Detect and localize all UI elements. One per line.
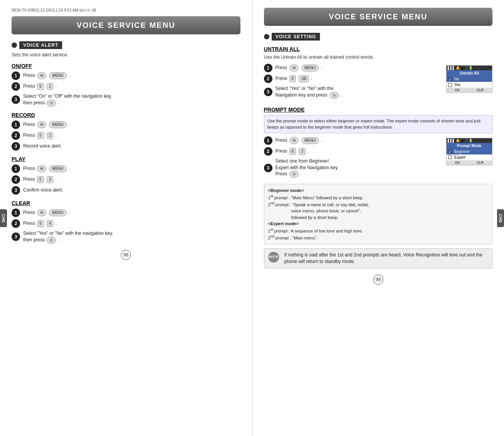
untrain-heading: UNTRAIN ALL — [264, 46, 493, 52]
untrain-screen: ▌▌▌ 🔔📱🎵🔋 Untrain All No Yes OK CLR — [446, 65, 492, 93]
beginner-1st-prompt: 1st prompt : "Main Menu" followed by a s… — [268, 194, 489, 201]
right-page-circle: 99 — [373, 275, 383, 285]
untrain-step-1: 1 Press ✉ MENU . — [264, 64, 431, 72]
btn-3: 3 — [47, 176, 54, 183]
clear-heading: CLEAR — [12, 200, 240, 206]
btn-2: 2 — [47, 132, 54, 139]
no-label: No — [454, 77, 459, 81]
left-page-num: 98 — [12, 250, 240, 260]
envelope-btn-c: ✉ — [37, 209, 46, 216]
icons-bar-pm: 🔔📱🎵🔋 — [456, 139, 473, 143]
right-header-bar: VOICE SERVICE MENU — [264, 8, 493, 26]
signal-bar-u: ▌▌▌ 🔔📱🎵🔋 — [446, 66, 492, 70]
step-circle-3: 3 — [12, 95, 20, 104]
prompt-heading: PROMPT MODE — [264, 107, 493, 113]
page-container: NEW-TX-60B02-22 2003.2.24 9:52 AM 페이지 98… — [0, 0, 504, 436]
doc-header: NEW-TX-60B02-22 2003.2.24 9:52 AM 페이지 98 — [12, 8, 240, 13]
btn-1: 1 — [47, 83, 54, 90]
record-step-1: 1 Press ✉ MENU . — [12, 120, 240, 129]
screen-footer-u: OK CLR — [446, 88, 492, 92]
pm-step-circle-3: 3 — [264, 164, 272, 172]
play-step3-text: Confirm voice alert. — [23, 187, 63, 193]
btn-5b: 5 — [37, 132, 44, 139]
record-step-2: 2 Press 5 2 . — [12, 131, 240, 140]
play-heading: PLAY — [12, 156, 240, 162]
btn-5c: 5 — [37, 176, 44, 183]
yes-label: Yes — [454, 83, 460, 87]
checkbox-expert — [448, 155, 452, 159]
signal-icon-pm: ▌▌▌ — [448, 139, 455, 143]
prompt-screen: ▌▌▌ 🔔📱🎵🔋 Prompt Mode Beginner Expert OK … — [446, 138, 492, 165]
menu-btn-1: MENU — [49, 72, 66, 79]
untrain-step3-text: Select "Yes" or "No" with the Navigation… — [276, 85, 342, 99]
play-step-circle-1: 1 — [12, 165, 20, 173]
clear-step-2: 2 Press 5 4 . — [12, 219, 240, 228]
on-off-heading: ON/OFF — [12, 63, 240, 69]
note-box: NOTE If nothing is said after the 1st an… — [264, 248, 493, 268]
clr-step-circle-2: 2 — [12, 219, 20, 228]
right-panel: VOICE SERVICE MENU VOICE SETTING UNTRAIN… — [252, 0, 504, 436]
checkbox-beginner — [448, 149, 452, 153]
prompt-step-3: 3 Select one from Beginner/ Expert with … — [264, 158, 431, 178]
untrain-step1-text: Press ✉ MENU . — [276, 64, 322, 71]
envelope-btn: ✉ — [37, 72, 46, 79]
menu-btn-pm: MENU — [301, 137, 319, 144]
play-step-1: 1 Press ✉ MENU . — [12, 165, 240, 173]
left-panel: NEW-TX-60B02-22 2003.2.24 9:52 AM 페이지 98… — [0, 0, 252, 436]
screen-title-u: Untrain All — [446, 70, 492, 76]
screen-item-expert: Expert — [446, 154, 492, 160]
btn-5d: 5 — [37, 220, 44, 227]
clear-step1-text: Press ✉ MENU . — [23, 209, 70, 216]
on-off-step-1: 1 Press ✉ MENU . — [12, 71, 240, 80]
checkbox-yes — [448, 83, 452, 87]
on-off-step1-text: Press ✉ MENU . — [23, 72, 70, 79]
ch5-tab-left: CH5 — [0, 209, 7, 227]
beginner-label: Beginner — [454, 149, 470, 154]
ch5-tab-left-label: CH5 — [1, 214, 6, 222]
un-step-circle-2: 2 — [264, 75, 272, 83]
screen-item-yes: Yes — [446, 82, 492, 88]
signal-bar-pm: ▌▌▌ 🔔📱🎵🔋 — [446, 138, 492, 143]
voice-setting-label: VOICE SETTING — [264, 33, 493, 41]
left-page-circle: 98 — [121, 250, 131, 260]
btn-5a: 5 — [37, 83, 44, 90]
record-heading: RECORD — [12, 112, 240, 118]
btn-4: 4 — [47, 220, 54, 227]
play-step-circle-2: 2 — [12, 175, 20, 184]
untrain-step-2: 2 Press 6 ⌫ . — [264, 75, 431, 83]
screen-title-pm: Prompt Mode — [446, 143, 492, 149]
btn-6b: 6 — [289, 148, 296, 155]
btn-2b: 2 — [299, 148, 306, 155]
untrain-steps-col: 1 Press ✉ MENU . 2 Press 6 ⌫ . 3 — [264, 64, 431, 101]
envelope-btn-u: ✉ — [289, 64, 299, 71]
ok-btn-1: ⊙ — [47, 100, 56, 107]
expert-2nd-prompt: 2nd prompt : "Main menu". — [268, 234, 489, 241]
prompt-steps-col: 1 Press ✉ MENU . 2 Press 6 2 . 3 — [264, 136, 431, 180]
clr-step-circle-3: 3 — [12, 232, 20, 241]
beginner-2nd-prompt-cont2: followed by a short beep. — [268, 214, 489, 221]
play-step-2: 2 Press 5 3 . — [12, 175, 240, 184]
ok-footer-u: OK — [455, 88, 460, 92]
ok-btn-pm: ⊙ — [289, 171, 299, 178]
left-header-bar: VOICE SERVICE MENU — [12, 16, 240, 34]
untrain-desc: Use the Untrain All to untrain all train… — [264, 54, 493, 60]
ok-btn-u: ⊙ — [330, 92, 339, 99]
note-inline: NOTE If nothing is said after the 1st an… — [268, 252, 489, 265]
clear-step2-text: Press 5 4 . — [23, 220, 57, 227]
envelope-btn-r: ✉ — [37, 121, 46, 128]
on-off-step-3: 3 Select "On" or "Off" with the navigati… — [12, 93, 240, 107]
prompt-step1-text: Press ✉ MENU . — [276, 137, 322, 144]
note-text: If nothing is said after the 1st and 2nd… — [284, 252, 489, 265]
clear-step-1: 1 Press ✉ MENU . — [12, 209, 240, 217]
pm-step-circle-1: 1 — [264, 136, 272, 145]
voice-alert-tag: VOICE ALERT — [19, 41, 62, 49]
btn-back: ⌫ — [299, 75, 309, 82]
screen-item-no: No — [446, 76, 492, 82]
voice-alert-label: VOICE ALERT — [12, 41, 240, 49]
left-title: VOICE SERVICE MENU — [76, 21, 175, 29]
voice-alert-desc: Sets the voice alert service. — [12, 52, 240, 58]
screen-footer-pm: OK CLR — [446, 160, 492, 165]
step-circle-1: 1 — [12, 71, 20, 80]
on-off-step2-text: Press 5 1 . — [23, 83, 57, 90]
prompt-step-1: 1 Press ✉ MENU . — [264, 136, 431, 145]
